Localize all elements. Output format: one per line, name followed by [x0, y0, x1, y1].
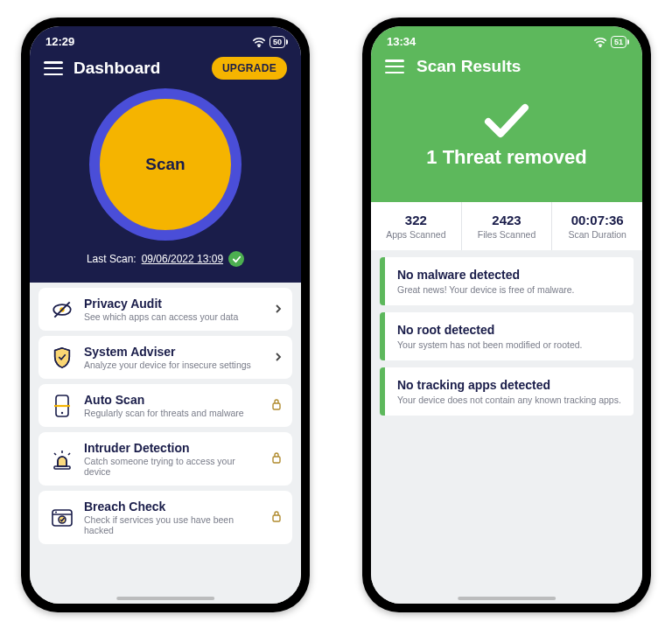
- feature-intruder-detection[interactable]: Intruder Detection Catch someone trying …: [38, 432, 292, 486]
- svg-point-0: [258, 45, 259, 46]
- feature-desc: Catch someone trying to access your devi…: [84, 456, 262, 477]
- svg-rect-12: [273, 457, 280, 463]
- status-bar: 12:29 50: [30, 26, 301, 52]
- chevron-right-icon: [275, 302, 282, 318]
- result-title: No tracking apps detected: [397, 378, 621, 392]
- feature-auto-scan[interactable]: Auto Scan Regularly scan for threats and…: [38, 384, 292, 427]
- chevron-right-icon: [275, 350, 282, 366]
- feature-title: Intruder Detection: [84, 441, 262, 455]
- stat-label: Scan Duration: [556, 229, 639, 240]
- page-title: Scan Results: [416, 57, 521, 76]
- stat-apps-scanned: 322 Apps Scanned: [371, 202, 462, 250]
- last-scan-prefix: Last Scan:: [87, 253, 136, 265]
- scan-button-label: Scan: [145, 155, 185, 174]
- wifi-icon: [593, 37, 607, 47]
- feature-title: Auto Scan: [84, 393, 262, 407]
- eye-off-icon: [49, 298, 75, 321]
- siren-icon: [49, 449, 75, 470]
- svg-line-10: [54, 453, 56, 455]
- home-indicator: [116, 597, 214, 600]
- feature-desc: Check if services you use have been hack…: [84, 514, 262, 535]
- result-desc: Your system has not been modified or roo…: [397, 339, 621, 350]
- feature-title: System Adviser: [84, 345, 266, 359]
- wifi-icon: [252, 37, 266, 47]
- lock-icon: [271, 398, 282, 414]
- status-time: 13:34: [387, 35, 416, 48]
- feature-title: Privacy Audit: [84, 297, 266, 311]
- browser-check-icon: [49, 507, 75, 528]
- page-title: Dashboard: [74, 59, 160, 78]
- phone-scan-results: 13:34 51 Scan Results 1 Threat removed: [362, 17, 651, 612]
- result-title: No malware detected: [397, 268, 621, 282]
- stat-value: 2423: [466, 213, 549, 227]
- feature-list: Privacy Audit See which apps can access …: [30, 283, 301, 604]
- check-icon: [385, 102, 628, 139]
- feature-desc: Analyze your device for insecure setting…: [84, 360, 266, 370]
- dashboard-header: Dashboard UPGRADE Scan Last Scan: 09/06/…: [30, 52, 301, 283]
- lock-icon: [271, 451, 282, 467]
- result-title: No root detected: [397, 323, 621, 337]
- feature-title: Breach Check: [84, 500, 262, 514]
- svg-rect-7: [273, 403, 280, 409]
- home-indicator: [458, 597, 556, 600]
- check-icon: [228, 251, 244, 267]
- result-card-tracking[interactable]: No tracking apps detected Your device do…: [380, 367, 634, 416]
- result-card-root[interactable]: No root detected Your system has not bee…: [380, 312, 634, 360]
- stat-label: Apps Scanned: [374, 229, 458, 240]
- stat-value: 00:07:36: [556, 213, 639, 227]
- stats-row: 322 Apps Scanned 2423 Files Scanned 00:0…: [371, 202, 642, 250]
- menu-icon[interactable]: [385, 59, 404, 73]
- stat-files-scanned: 2423 Files Scanned: [462, 202, 553, 250]
- feature-privacy-audit[interactable]: Privacy Audit See which apps can access …: [38, 288, 292, 331]
- svg-rect-8: [54, 466, 70, 469]
- svg-rect-17: [273, 515, 280, 521]
- result-desc: Great news! Your device is free of malwa…: [397, 284, 621, 295]
- svg-point-18: [599, 45, 600, 46]
- result-card-malware[interactable]: No malware detected Great news! Your dev…: [380, 257, 634, 305]
- stat-scan-duration: 00:07:36 Scan Duration: [552, 202, 642, 250]
- results-header: Scan Results 1 Threat removed: [371, 52, 642, 202]
- status-icons: 50: [252, 36, 285, 48]
- last-scan-row: Last Scan: 09/06/2022 13:09: [44, 251, 287, 267]
- upgrade-button[interactable]: UPGRADE: [212, 57, 287, 80]
- stat-value: 322: [374, 213, 458, 227]
- feature-breach-check[interactable]: Breach Check Check if services you use h…: [38, 491, 292, 544]
- shield-check-icon: [49, 346, 75, 369]
- menu-icon[interactable]: [44, 61, 63, 75]
- svg-line-11: [68, 453, 70, 455]
- status-icons: 51: [593, 36, 626, 48]
- battery-icon: 51: [611, 36, 626, 48]
- feature-desc: Regularly scan for threats and malware: [84, 408, 262, 418]
- last-scan-timestamp[interactable]: 09/06/2022 13:09: [142, 253, 223, 265]
- feature-system-adviser[interactable]: System Adviser Analyze your device for i…: [38, 336, 292, 379]
- banner-text: 1 Threat removed: [385, 146, 628, 169]
- result-desc: Your device does not contain any known t…: [397, 395, 621, 405]
- stat-label: Files Scanned: [466, 229, 549, 240]
- results-list: No malware detected Great news! Your dev…: [371, 250, 642, 604]
- feature-desc: See which apps can access your data: [84, 311, 266, 322]
- status-bar: 13:34 51: [371, 26, 642, 52]
- svg-point-6: [61, 411, 63, 413]
- phone-scan-icon: [49, 394, 75, 418]
- lock-icon: [271, 510, 282, 526]
- scan-button[interactable]: Scan: [89, 88, 242, 241]
- battery-icon: 50: [270, 36, 285, 48]
- phone-dashboard: 12:29 50 Dashboard UPGRADE Scan: [21, 17, 310, 612]
- status-time: 12:29: [46, 35, 74, 48]
- svg-point-15: [55, 511, 57, 513]
